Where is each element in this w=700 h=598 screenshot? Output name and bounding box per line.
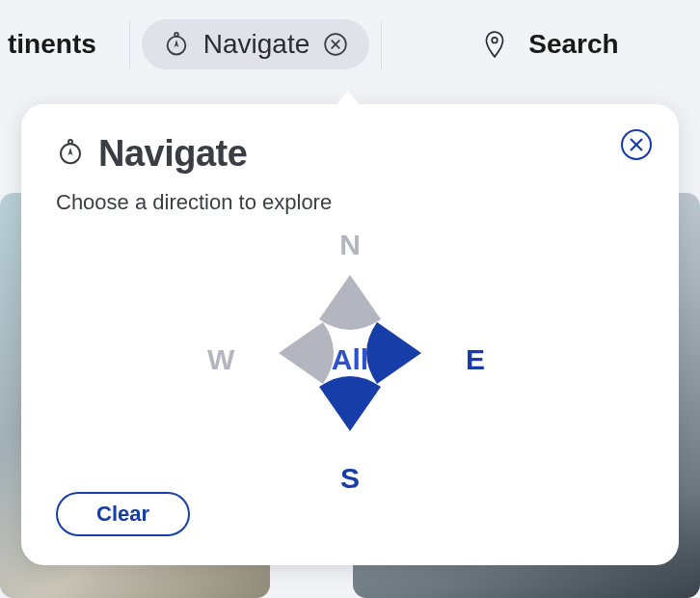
direction-all[interactable]: All bbox=[332, 343, 368, 376]
tab-label: Search bbox=[528, 29, 618, 60]
compass-icon bbox=[163, 31, 190, 58]
svg-point-7 bbox=[493, 38, 498, 43]
tab-continents[interactable]: tinents bbox=[8, 19, 118, 69]
clear-button[interactable]: Clear bbox=[56, 492, 190, 536]
close-button[interactable] bbox=[619, 127, 654, 166]
separator bbox=[381, 20, 382, 68]
tab-label: Navigate bbox=[203, 29, 310, 60]
popover-arrow bbox=[336, 91, 361, 106]
svg-point-1 bbox=[175, 33, 178, 37]
tab-search[interactable]: Search bbox=[461, 19, 639, 69]
compass-icon bbox=[56, 138, 85, 171]
navigate-popover: Navigate Choose a direction to explore N… bbox=[21, 104, 679, 565]
svg-marker-10 bbox=[68, 148, 73, 155]
compass-control: N S W E All bbox=[225, 234, 475, 485]
tab-label: tinents bbox=[8, 29, 96, 60]
pin-icon bbox=[482, 30, 507, 59]
svg-point-9 bbox=[68, 140, 72, 144]
tab-bar: tinents Navigate Sear bbox=[0, 0, 700, 89]
separator bbox=[129, 20, 130, 68]
svg-marker-3 bbox=[174, 40, 178, 47]
tab-navigate[interactable]: Navigate bbox=[142, 19, 370, 69]
popover-subtitle: Choose a direction to explore bbox=[56, 190, 644, 215]
direction-east[interactable]: E bbox=[466, 343, 485, 376]
direction-west[interactable]: W bbox=[207, 343, 234, 376]
close-icon[interactable] bbox=[323, 32, 348, 57]
popover-header: Navigate bbox=[56, 133, 644, 175]
direction-south[interactable]: S bbox=[340, 462, 360, 495]
direction-north[interactable]: N bbox=[339, 229, 361, 261]
popover-title: Navigate bbox=[98, 133, 247, 175]
